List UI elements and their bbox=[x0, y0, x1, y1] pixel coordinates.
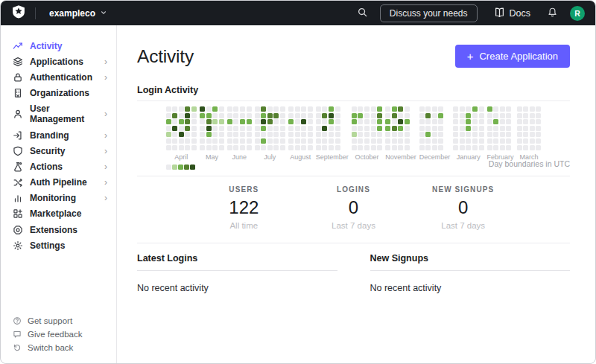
heatmap-cell[interactable] bbox=[517, 119, 522, 124]
heatmap-cell[interactable] bbox=[308, 119, 313, 124]
search-button[interactable] bbox=[357, 7, 368, 20]
heatmap-cell[interactable] bbox=[352, 126, 357, 131]
heatmap-cell[interactable] bbox=[233, 106, 238, 112]
heatmap-cell[interactable] bbox=[191, 119, 197, 124]
heatmap-cell[interactable] bbox=[523, 126, 528, 131]
notifications-button[interactable] bbox=[547, 7, 558, 20]
heatmap-cell[interactable] bbox=[392, 145, 397, 150]
heatmap-cell[interactable] bbox=[280, 113, 285, 118]
heatmap-cell[interactable] bbox=[247, 126, 252, 131]
heatmap-cell[interactable] bbox=[200, 145, 205, 150]
heatmap-cell[interactable] bbox=[493, 113, 498, 118]
heatmap-cell[interactable] bbox=[472, 113, 478, 118]
heatmap-cell[interactable] bbox=[352, 106, 357, 112]
sidebar-item-monitoring[interactable]: Monitoring› bbox=[1, 191, 116, 206]
heatmap-cell[interactable] bbox=[172, 113, 177, 118]
heatmap-cell[interactable] bbox=[472, 126, 478, 131]
heatmap-cell[interactable] bbox=[261, 138, 266, 144]
heatmap-cell[interactable] bbox=[500, 145, 505, 150]
heatmap-cell[interactable] bbox=[523, 106, 528, 112]
heatmap-cell[interactable] bbox=[517, 145, 522, 150]
heatmap-cell[interactable] bbox=[212, 126, 218, 131]
heatmap-cell[interactable] bbox=[179, 132, 184, 137]
heatmap-cell[interactable] bbox=[191, 126, 197, 131]
heatmap-cell[interactable] bbox=[308, 126, 313, 131]
heatmap-cell[interactable] bbox=[398, 119, 403, 124]
heatmap-cell[interactable] bbox=[460, 106, 465, 112]
heatmap-cell[interactable] bbox=[405, 119, 410, 124]
heatmap-cell[interactable] bbox=[487, 132, 492, 137]
heatmap-cell[interactable] bbox=[425, 138, 431, 144]
heatmap-cell[interactable] bbox=[493, 126, 498, 131]
heatmap-cell[interactable] bbox=[453, 138, 458, 144]
heatmap-cell[interactable] bbox=[377, 126, 382, 131]
heatmap-cell[interactable] bbox=[479, 138, 484, 144]
heatmap-cell[interactable] bbox=[261, 113, 266, 118]
heatmap-cell[interactable] bbox=[419, 106, 425, 112]
heatmap-cell[interactable] bbox=[506, 113, 511, 118]
heatmap-cell[interactable] bbox=[432, 106, 437, 112]
heatmap-cell[interactable] bbox=[377, 106, 382, 112]
heatmap-cell[interactable] bbox=[255, 132, 260, 137]
sidebar-item-actions[interactable]: Actions› bbox=[1, 159, 116, 174]
heatmap-cell[interactable] bbox=[200, 138, 205, 144]
heatmap-cell[interactable] bbox=[466, 132, 471, 137]
heatmap-cell[interactable] bbox=[179, 126, 184, 131]
heatmap-cell[interactable] bbox=[316, 132, 321, 137]
heatmap-cell[interactable] bbox=[301, 106, 306, 112]
create-application-button[interactable]: + Create Application bbox=[455, 45, 570, 68]
heatmap-cell[interactable] bbox=[500, 106, 505, 112]
heatmap-cell[interactable] bbox=[280, 126, 285, 131]
heatmap-cell[interactable] bbox=[352, 145, 357, 150]
heatmap-cell[interactable] bbox=[432, 119, 437, 124]
heatmap-cell[interactable] bbox=[322, 106, 327, 112]
heatmap-cell[interactable] bbox=[364, 113, 370, 118]
heatmap-cell[interactable] bbox=[405, 113, 410, 118]
sidebar-item-extensions[interactable]: Extensions bbox=[1, 222, 116, 237]
heatmap-cell[interactable] bbox=[438, 138, 443, 144]
heatmap-cell[interactable] bbox=[358, 119, 363, 124]
heatmap-cell[interactable] bbox=[385, 126, 390, 131]
discuss-your-needs-button[interactable]: Discuss your needs bbox=[380, 4, 478, 22]
heatmap-cell[interactable] bbox=[523, 113, 528, 118]
heatmap-cell[interactable] bbox=[288, 119, 294, 124]
heatmap-cell[interactable] bbox=[191, 132, 197, 137]
heatmap-cell[interactable] bbox=[392, 138, 397, 144]
heatmap-cell[interactable] bbox=[530, 145, 535, 150]
heatmap-cell[interactable] bbox=[322, 145, 327, 150]
heatmap-cell[interactable] bbox=[227, 138, 232, 144]
heatmap-cell[interactable] bbox=[166, 119, 171, 124]
heatmap-cell[interactable] bbox=[425, 106, 431, 112]
heatmap-cell[interactable] bbox=[419, 119, 425, 124]
heatmap-cell[interactable] bbox=[487, 138, 492, 144]
heatmap-cell[interactable] bbox=[301, 132, 306, 137]
heatmap-cell[interactable] bbox=[466, 145, 471, 150]
heatmap-cell[interactable] bbox=[322, 126, 327, 131]
heatmap-cell[interactable] bbox=[322, 132, 327, 137]
heatmap-cell[interactable] bbox=[466, 126, 471, 131]
heatmap-cell[interactable] bbox=[405, 138, 410, 144]
heatmap-cell[interactable] bbox=[453, 106, 458, 112]
sidebar-item-user-management[interactable]: User Management› bbox=[1, 101, 116, 127]
heatmap-cell[interactable] bbox=[255, 119, 260, 124]
heatmap-cell[interactable] bbox=[371, 132, 376, 137]
heatmap-cell[interactable] bbox=[179, 145, 184, 150]
heatmap-cell[interactable] bbox=[432, 126, 437, 131]
heatmap-cell[interactable] bbox=[506, 119, 511, 124]
heatmap-cell[interactable] bbox=[295, 145, 300, 150]
heatmap-cell[interactable] bbox=[517, 113, 522, 118]
heatmap-cell[interactable] bbox=[227, 113, 232, 118]
heatmap-cell[interactable] bbox=[295, 126, 300, 131]
heatmap-cell[interactable] bbox=[530, 106, 535, 112]
heatmap-cell[interactable] bbox=[273, 138, 279, 144]
heatmap-cell[interactable] bbox=[280, 145, 285, 150]
heatmap-cell[interactable] bbox=[172, 119, 177, 124]
heatmap-cell[interactable] bbox=[358, 145, 363, 150]
heatmap-cell[interactable] bbox=[385, 138, 390, 144]
heatmap-cell[interactable] bbox=[460, 113, 465, 118]
heatmap-cell[interactable] bbox=[377, 145, 382, 150]
heatmap-cell[interactable] bbox=[179, 113, 184, 118]
heatmap-cell[interactable] bbox=[329, 113, 334, 118]
heatmap-cell[interactable] bbox=[385, 106, 390, 112]
heatmap-cell[interactable] bbox=[517, 106, 522, 112]
